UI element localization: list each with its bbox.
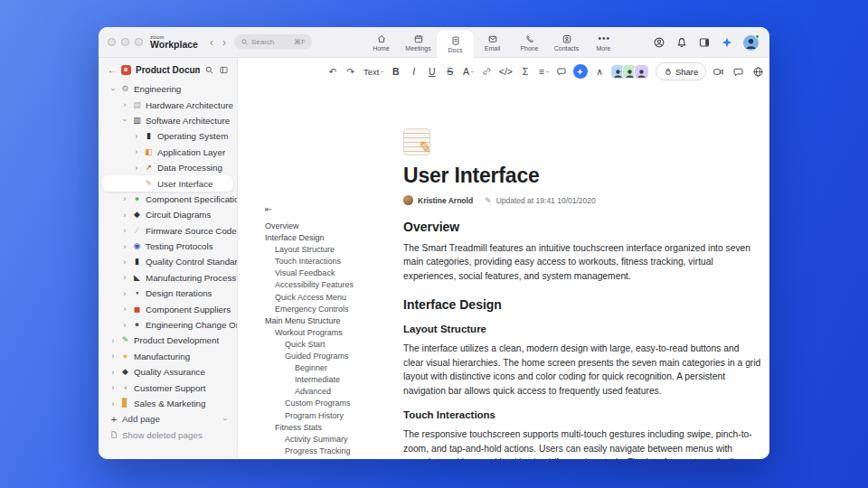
sidebar-item-engineering[interactable]: ›⚙Engineering [99, 81, 237, 97]
globe-icon[interactable] [752, 66, 764, 78]
sidebar-item-data-processing[interactable]: ›↗Data Processing [99, 160, 237, 175]
chevron-right-icon[interactable]: › [121, 242, 128, 251]
minimize-button[interactable] [121, 38, 129, 46]
paragraph-touch-interactions[interactable]: The responsive touchscreen supports mult… [403, 427, 761, 459]
code-button[interactable]: </> [496, 62, 515, 80]
sidebar-item-operating-system[interactable]: ›▮Operating System [99, 128, 237, 144]
chevron-right-icon[interactable]: › [121, 258, 128, 267]
share-button[interactable]: Share [656, 62, 706, 80]
sidebar-item-application-layer[interactable]: ›◧Application Layer [99, 145, 237, 160]
sidebar-item-manufacturing-process[interactable]: ›◣Manufacturing Process [99, 270, 237, 286]
outline-item-guided-programs[interactable]: Guided Programs [265, 351, 401, 362]
chevron-right-icon[interactable]: › [121, 289, 128, 298]
collapse-toolbar-button[interactable]: ∧ [591, 62, 608, 80]
chevron-right-icon[interactable]: › [121, 226, 128, 235]
sidebar-back-icon[interactable]: ← [108, 65, 117, 75]
bold-button[interactable]: B [388, 62, 404, 80]
outline-item-intermediate[interactable]: Intermediate [265, 374, 401, 386]
chat-bubble-icon[interactable] [732, 66, 744, 78]
outline-item-custom-programs[interactable]: Custom Programs [265, 398, 401, 409]
chevron-right-icon[interactable]: › [121, 194, 128, 203]
outline-item-layout-structure[interactable]: Layout Structure [265, 244, 401, 256]
user-avatar[interactable] [743, 35, 759, 51]
text-style-button[interactable]: Text› [361, 62, 386, 80]
sidebar-item-quality-control-standards[interactable]: ›▮Quality Control Standards [99, 254, 237, 269]
outline-item-visual-feedback[interactable]: Visual Feedback [265, 267, 401, 279]
forward-button[interactable]: › [218, 36, 231, 49]
sidebar-item-sales-marketing[interactable]: ›▊Sales & Marketing [99, 396, 237, 411]
chevron-right-icon[interactable]: › [121, 305, 128, 314]
paragraph-layout-structure[interactable]: The interface utilizes a clean, modern d… [403, 342, 761, 398]
sidebar-item-component-suppliers[interactable]: ›◼Component Suppliers [99, 301, 237, 316]
close-button[interactable] [108, 38, 116, 46]
document-memo-emoji-icon[interactable]: ✎ [403, 128, 430, 155]
chevron-down-icon[interactable]: › [108, 86, 118, 93]
heading-touch-interactions[interactable]: Touch Interactions [403, 409, 761, 420]
sidebar-item-quality-assurance[interactable]: ›◆Quality Assurance [99, 364, 237, 380]
outline-item-workout-programs[interactable]: Workout Programs [265, 327, 401, 339]
chevron-right-icon[interactable]: › [133, 147, 140, 156]
sidebar-item-testing-protocols[interactable]: ›◉Testing Protocols [99, 239, 237, 254]
sidebar-item-user-interface[interactable]: ✎User Interface [102, 175, 233, 191]
undo-button[interactable]: ↶ [325, 62, 341, 80]
notifications-bell-icon[interactable] [675, 36, 688, 49]
outline-item-quick-access-menu[interactable]: Quick Access Menu [265, 292, 401, 304]
sidebar-item-customer-support[interactable]: ›◖Customer Support [99, 380, 237, 395]
collaborator-3-avatar[interactable] [634, 64, 649, 80]
chevron-right-icon[interactable]: › [109, 368, 117, 377]
sidebar-item-hardware-architecture[interactable]: ›▤Hardware Architecture [99, 97, 237, 112]
sidebar-footer-chevron-icon[interactable]: › [221, 418, 230, 420]
chevron-right-icon[interactable]: › [109, 383, 117, 392]
italic-button[interactable]: I [406, 62, 422, 80]
outline-item-touch-interactions[interactable]: Touch Interactions [265, 256, 401, 267]
heading-layout-structure[interactable]: Layout Structure [403, 324, 761, 334]
tab-phone[interactable]: Phone [511, 27, 548, 58]
profile-icon[interactable] [653, 36, 665, 49]
tab-contacts[interactable]: Contacts [548, 27, 585, 58]
outline-item-weight-goals[interactable]: Weight Goals [265, 457, 401, 459]
outline-item-fitness-stats[interactable]: Fitness Stats [265, 422, 401, 434]
tab-meetings[interactable]: Meetings [400, 27, 437, 58]
outline-item-advanced[interactable]: Advanced [265, 386, 401, 398]
sidebar-panel-icon[interactable] [219, 65, 229, 75]
sidebar-item-manufacturing[interactable]: ›●Manufacturing [99, 349, 237, 364]
outline-item-emergency-controls[interactable]: Emergency Controls [265, 304, 401, 315]
chevron-down-icon[interactable]: › [120, 117, 129, 124]
show-deleted-pages-button[interactable]: Show deleted pages [99, 427, 237, 443]
sidebar-item-software-architecture[interactable]: ›▥Software Architecture [99, 113, 237, 128]
chevron-right-icon[interactable]: › [121, 321, 128, 330]
sidebar-item-component-specifications[interactable]: ›●Component Specifications [99, 192, 237, 207]
chevron-right-icon[interactable]: › [109, 399, 117, 408]
outline-item-program-history[interactable]: Program History [265, 410, 401, 422]
sidebar-item-circuit-diagrams[interactable]: ›◆Circuit Diagrams [99, 207, 237, 222]
outline-collapse-icon[interactable]: ⇤ [265, 204, 401, 214]
outline-item-beginner[interactable]: Beginner [265, 362, 401, 374]
outline-item-accessibility-features[interactable]: Accessibility Features [265, 279, 401, 291]
sidebar-item-engineering-change-orders[interactable]: ›●Engineering Change Orders [99, 317, 237, 333]
chevron-right-icon[interactable]: › [133, 164, 140, 173]
ai-companion-sparkle-icon[interactable] [721, 36, 733, 49]
heading-interface-design[interactable]: Interface Design [403, 297, 761, 312]
strikethrough-button[interactable]: S [442, 62, 458, 80]
side-panel-icon[interactable] [698, 36, 711, 49]
outline-item-progress-tracking[interactable]: Progress Tracking [265, 446, 401, 457]
add-page-button[interactable]: + Add page › [99, 411, 237, 427]
tab-docs[interactable]: Docs [437, 30, 474, 58]
comment-button[interactable] [553, 62, 570, 80]
sidebar-item-design-iterations[interactable]: ›▪Design Iterations [99, 286, 237, 301]
sidebar-item-product-development[interactable]: ›✎Product Development [99, 333, 237, 348]
outline-item-activity-summary[interactable]: Activity Summary [265, 434, 401, 446]
outline-item-interface-design[interactable]: Interface Design [265, 232, 401, 244]
document-title[interactable]: User Interface [403, 164, 761, 188]
chevron-right-icon[interactable]: › [121, 273, 128, 282]
tab-home[interactable]: Home [363, 27, 400, 58]
link-button[interactable] [478, 62, 495, 80]
workspace-title[interactable]: Product Documenta... [136, 65, 200, 75]
equation-button[interactable]: Σ [517, 62, 533, 80]
maximize-button[interactable] [135, 38, 143, 46]
chevron-right-icon[interactable]: › [121, 211, 128, 220]
outline-item-main-menu-structure[interactable]: Main Menu Structure [265, 315, 401, 327]
outline-item-quick-start[interactable]: Quick Start [265, 339, 401, 351]
sidebar-item-firmware-source-code[interactable]: ›∕Firmware Source Code [99, 223, 237, 239]
tab-more[interactable]: •••More [585, 27, 622, 58]
